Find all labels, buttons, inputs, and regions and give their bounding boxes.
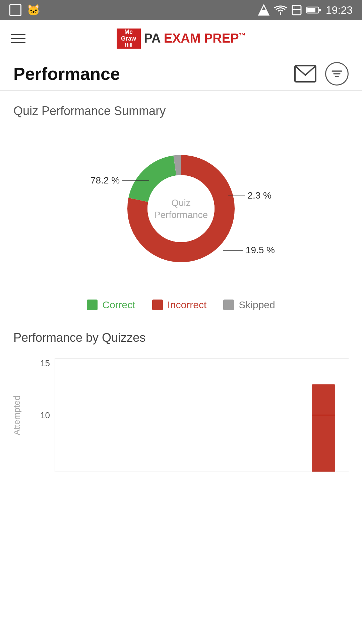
correct-dot: [87, 300, 98, 310]
y-max-label: 15: [40, 358, 50, 369]
status-bar-left: 🐱: [9, 4, 40, 16]
status-bar-right: 19:23: [258, 4, 353, 16]
app-logo: Mc Graw Hill PA EXAM PREP™: [117, 29, 246, 49]
mcgraw-hill-logo: Mc Graw Hill: [117, 29, 141, 49]
mail-button[interactable]: [294, 64, 317, 84]
prep-text: PREP: [204, 31, 239, 45]
hamburger-button[interactable]: [11, 34, 25, 43]
svg-rect-2: [292, 5, 301, 15]
label-skipped-pct: 2.3 %: [247, 190, 272, 201]
donut-chart-svg: Quiz Performance: [124, 152, 238, 266]
mc-text: Mc: [124, 29, 133, 36]
cat-icon: 🐱: [27, 4, 40, 16]
filter-icon: [329, 66, 344, 81]
status-bar: 🐱 19:23: [0, 0, 362, 20]
page-header: Performance: [0, 57, 362, 91]
wifi-icon: [274, 5, 287, 15]
legend-correct: Correct: [87, 299, 135, 311]
donut-center: [147, 175, 215, 242]
gridline-top: [55, 358, 349, 359]
skipped-label: Skipped: [239, 299, 275, 311]
graw-text: Graw: [121, 36, 136, 42]
svg-rect-6: [319, 9, 321, 11]
y-axis-label: Attempted: [12, 395, 22, 435]
label-correct-pct: 19.5 %: [246, 245, 275, 256]
donut-center-text2: Performance: [154, 210, 208, 220]
app-header: Mc Graw Hill PA EXAM PREP™: [0, 20, 362, 57]
y-mid-label: 10: [40, 410, 50, 421]
mail-icon: [294, 65, 316, 83]
hill-text: Hill: [125, 42, 132, 48]
bar-group: [312, 384, 342, 472]
app-name-text: PA EXAM PREP™: [144, 31, 246, 46]
incorrect-label: Incorrect: [168, 299, 207, 311]
time-display: 19:23: [326, 4, 353, 16]
battery-icon: [306, 6, 321, 14]
gridline-mid: [55, 415, 349, 415]
trademark-text: ™: [239, 32, 245, 39]
page-title: Performance: [13, 64, 120, 84]
chart-legend: Correct Incorrect Skipped: [13, 292, 349, 331]
label-incorrect-pct: 78.2 %: [90, 175, 120, 186]
correct-label: Correct: [102, 299, 135, 311]
y-axis-label-container: Attempted: [7, 358, 27, 472]
filter-button[interactable]: [325, 62, 349, 86]
svg-marker-1: [259, 5, 269, 15]
signal-icon: [258, 4, 269, 16]
perf-by-quizzes-title: Performance by Quizzes: [13, 331, 349, 345]
bar-incorrect: [312, 384, 335, 472]
header-icons: [294, 62, 349, 86]
sim-icon: [292, 5, 302, 15]
svg-rect-7: [307, 8, 315, 12]
donut-chart-container: 78.2 % 2.3 % 19.5 %: [13, 131, 349, 292]
incorrect-dot: [152, 300, 163, 310]
exam-text: EXAM: [164, 31, 204, 45]
legend-incorrect: Incorrect: [152, 299, 207, 311]
perf-by-quizzes-section: Performance by Quizzes Attempted 15 10 0: [0, 331, 362, 472]
legend-skipped: Skipped: [223, 299, 275, 311]
pa-text: PA: [144, 31, 164, 45]
skipped-dot: [223, 300, 234, 310]
main-content: Quiz Performance Summary 78.2 % 2.3 % 19…: [0, 91, 362, 331]
square-icon: [9, 4, 21, 16]
donut-center-text1: Quiz: [171, 198, 191, 208]
quiz-section-title: Quiz Performance Summary: [13, 104, 349, 118]
bar-chart-outer: Attempted 15 10 0: [13, 358, 349, 472]
quiz-performance-section: Quiz Performance Summary 78.2 % 2.3 % 19…: [13, 104, 349, 331]
